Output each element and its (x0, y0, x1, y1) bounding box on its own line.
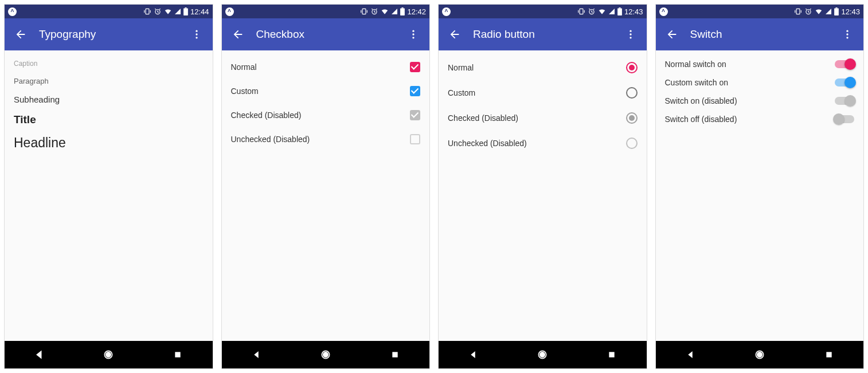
typography-title: Title (5, 109, 213, 131)
app-bar: Switch (656, 18, 864, 50)
nav-back-button[interactable] (677, 341, 704, 368)
radio-checked-disabled (626, 112, 638, 124)
svg-point-44 (846, 37, 848, 38)
svg-point-7 (196, 33, 197, 35)
checkbox-row-checked-disabled: Checked (Disabled) (222, 103, 430, 127)
radio-label: Normal (448, 63, 474, 72)
overflow-menu-button[interactable] (185, 23, 208, 46)
svg-point-20 (412, 37, 414, 38)
checkbox-unchecked-disabled (410, 134, 420, 144)
radio-row-custom[interactable]: Custom (439, 80, 647, 105)
back-button[interactable] (443, 23, 466, 46)
battery-icon (400, 7, 405, 15)
svg-point-8 (196, 37, 197, 38)
svg-point-10 (106, 352, 111, 357)
arrow-back-icon (14, 28, 27, 41)
checkbox-row-custom[interactable]: Custom (222, 79, 430, 103)
cell-icon (825, 8, 832, 15)
device-radio: ^ 12:43 Radio button Normal Custom (439, 5, 647, 368)
back-button[interactable] (9, 23, 32, 46)
svg-rect-40 (835, 9, 839, 15)
svg-rect-5 (185, 7, 186, 9)
nav-recents-button[interactable] (815, 341, 843, 368)
switch-label: Normal switch on (665, 60, 726, 69)
svg-point-30 (630, 30, 631, 32)
alarm-icon (370, 7, 378, 15)
cell-icon (391, 8, 398, 15)
checkbox-row-normal[interactable]: Normal (222, 55, 430, 79)
svg-point-18 (412, 30, 414, 32)
checkbox-custom[interactable] (410, 86, 420, 96)
app-logo-icon: ^ (659, 7, 668, 16)
nav-home-button[interactable] (312, 341, 339, 368)
nav-back-button[interactable] (243, 341, 270, 368)
nav-recents-button[interactable] (381, 341, 409, 368)
app-logo-icon: ^ (225, 7, 234, 16)
nav-home-button[interactable] (95, 341, 122, 368)
switch-normal-on[interactable] (835, 60, 854, 68)
svg-rect-47 (826, 352, 831, 357)
status-bar: ^ 12:43 (656, 5, 864, 18)
svg-rect-17 (402, 7, 404, 9)
overflow-menu-button[interactable] (619, 23, 642, 46)
svg-rect-35 (609, 352, 614, 357)
svg-rect-16 (401, 9, 405, 15)
switch-on-disabled (835, 97, 854, 105)
overflow-menu-button[interactable] (402, 23, 425, 46)
radio-label: Custom (448, 88, 475, 97)
status-time: 12:42 (407, 7, 426, 16)
page-title: Checkbox (249, 28, 402, 41)
checkbox-label: Unchecked (Disabled) (231, 135, 310, 144)
nav-home-button[interactable] (529, 341, 556, 368)
switch-knob (844, 77, 856, 88)
switch-row-custom-on[interactable]: Custom switch on (656, 73, 864, 92)
switch-knob (844, 58, 856, 70)
nav-square-icon (173, 350, 182, 359)
svg-rect-28 (617, 9, 622, 15)
status-bar: ^ 12:44 (5, 5, 213, 18)
back-button[interactable] (660, 23, 683, 46)
page-title: Switch (683, 28, 836, 41)
svg-rect-23 (392, 352, 397, 357)
app-logo-icon: ^ (8, 7, 17, 16)
nav-back-button[interactable] (459, 341, 487, 368)
alarm-icon (154, 7, 162, 15)
battery-icon (183, 7, 188, 15)
svg-point-32 (630, 37, 631, 38)
switch-custom-on[interactable] (835, 78, 854, 87)
battery-icon (617, 7, 622, 15)
cell-icon (608, 8, 615, 15)
overflow-menu-button[interactable] (836, 23, 859, 46)
nav-recents-button[interactable] (598, 341, 625, 368)
app-logo-icon: ^ (442, 7, 451, 16)
svg-point-46 (757, 352, 762, 357)
radio-normal[interactable] (626, 62, 638, 73)
page-title: Radio button (466, 28, 619, 41)
svg-rect-11 (175, 352, 180, 357)
checkbox-normal[interactable] (410, 62, 420, 72)
vibrate-icon (360, 7, 368, 15)
typography-paragraph: Paragraph (5, 72, 213, 90)
radio-custom[interactable] (626, 87, 638, 99)
status-time: 12:43 (624, 7, 643, 16)
checkbox-checked-disabled (410, 110, 420, 120)
radio-label: Unchecked (Disabled) (448, 139, 527, 148)
paragraph-label: Paragraph (14, 77, 49, 85)
switch-off-disabled (835, 115, 854, 123)
subheading-label: Subheading (14, 95, 60, 104)
wifi-icon (815, 7, 823, 15)
nav-home-button[interactable] (746, 341, 773, 368)
alarm-icon (588, 7, 596, 15)
status-bar: ^ 12:42 (222, 5, 430, 18)
vibrate-icon (143, 7, 151, 15)
checkbox-label: Checked (Disabled) (231, 111, 302, 120)
radio-row-normal[interactable]: Normal (439, 55, 647, 80)
wifi-icon (598, 7, 606, 15)
typography-subheading: Subheading (5, 90, 213, 109)
switch-row-normal-on[interactable]: Normal switch on (656, 55, 864, 73)
nav-recents-button[interactable] (164, 341, 191, 368)
back-button[interactable] (226, 23, 249, 46)
nav-back-button[interactable] (25, 341, 53, 368)
page-title: Typography (32, 28, 185, 41)
navigation-bar (439, 341, 647, 368)
